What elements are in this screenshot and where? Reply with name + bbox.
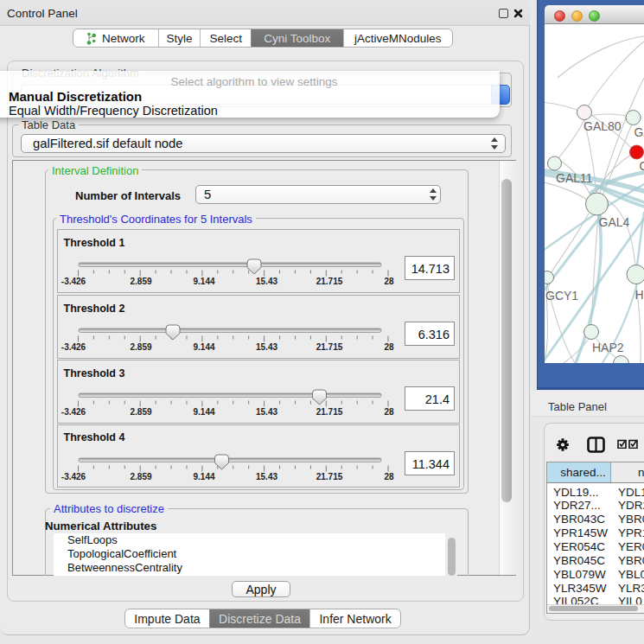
- svg-text:GA: GA: [634, 125, 644, 139]
- svg-text:GCY1: GCY1: [545, 289, 578, 303]
- svg-text:HAP2: HAP2: [592, 341, 624, 354]
- svg-text:GAL80: GAL80: [583, 119, 622, 133]
- svg-text:HIS4: HIS4: [635, 288, 644, 302]
- svg-text:GA: GA: [640, 159, 644, 173]
- svg-text:GAL11: GAL11: [556, 171, 593, 185]
- svg-text:GAL4: GAL4: [599, 215, 630, 229]
